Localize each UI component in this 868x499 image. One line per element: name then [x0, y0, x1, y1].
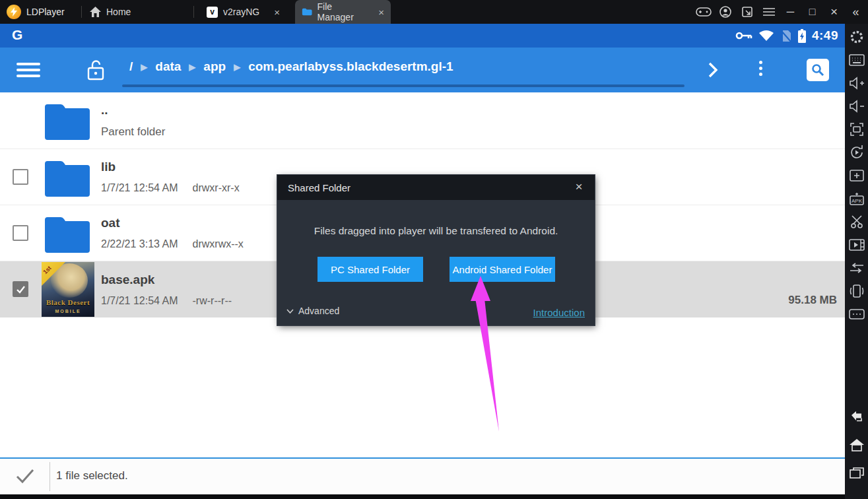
tab-home[interactable]: Home — [83, 0, 137, 24]
nav-home-icon[interactable] — [845, 433, 868, 456]
row-checkbox[interactable] — [13, 169, 28, 185]
file-name: lib — [101, 160, 240, 174]
breadcrumb: / ▶ data ▶ app ▶ com.pearlabyss.blackdes… — [129, 59, 453, 74]
dialog-close-icon[interactable]: × — [571, 180, 587, 194]
volume-down-icon[interactable] — [845, 94, 868, 117]
tab-v2rayng-label: v2rayNG — [223, 7, 259, 17]
svg-text:APK: APK — [851, 198, 862, 204]
screen-record-icon[interactable] — [845, 233, 868, 256]
chevron-right-icon[interactable] — [708, 62, 718, 78]
file-date: 2/22/21 3:13 AM — [101, 238, 178, 250]
scissors-icon[interactable] — [845, 210, 868, 233]
gamepad-icon[interactable] — [692, 0, 714, 24]
file-row-parent[interactable]: .. Parent folder — [0, 92, 845, 149]
search-icon[interactable] — [807, 59, 829, 81]
nav-recents-icon[interactable] — [845, 461, 868, 484]
settings-gear-icon[interactable] — [845, 25, 868, 48]
add-window-icon[interactable] — [845, 164, 868, 187]
breadcrumb-separator-icon: ▶ — [141, 62, 147, 72]
fullscreen-icon[interactable] — [845, 117, 868, 141]
tab-home-label: Home — [106, 7, 131, 17]
footer-divider — [50, 462, 50, 491]
advanced-label: Advanced — [298, 306, 339, 316]
tab-v2rayng[interactable]: v v2rayNG × — [200, 0, 286, 24]
android-screen: G 4:49 / ▶ data ▶ app ▶ — [0, 24, 845, 499]
file-size: 95.18 MB — [788, 294, 837, 307]
account-icon[interactable] — [714, 0, 736, 24]
no-sim-icon — [780, 30, 792, 42]
dialog-title: Shared Folder — [288, 182, 351, 193]
titlebar-divider — [81, 6, 82, 18]
folder-icon — [42, 157, 92, 198]
breadcrumb-app[interactable]: app — [203, 59, 226, 74]
ldplayer-window: LDPlayer Home v v2rayNG × File Manager × — [0, 0, 868, 499]
hamburger-menu-icon[interactable] — [17, 63, 40, 81]
keyboard-icon[interactable] — [845, 48, 868, 71]
close-icon[interactable]: × — [823, 0, 845, 24]
minimize-icon[interactable]: ─ — [780, 0, 801, 24]
advanced-toggle[interactable]: Advanced — [286, 306, 339, 316]
pc-shared-folder-button[interactable]: PC Shared Folder — [317, 257, 423, 282]
tab-close-icon[interactable]: × — [378, 7, 384, 18]
window-controls: ─ □ × « — [692, 0, 867, 24]
file-perms: drwxrwx--x — [193, 238, 244, 250]
check-icon[interactable] — [16, 468, 34, 484]
file-manager-toolbar: / ▶ data ▶ app ▶ com.pearlabyss.blackdes… — [0, 48, 845, 92]
lock-open-icon[interactable] — [86, 59, 105, 81]
v2rayng-icon: v — [207, 7, 218, 18]
titlebar: LDPlayer Home v v2rayNG × File Manager × — [0, 0, 868, 24]
nav-back-icon[interactable] — [845, 405, 868, 428]
breadcrumb-separator-icon: ▶ — [189, 62, 195, 72]
breadcrumb-data[interactable]: data — [155, 59, 181, 74]
chevron-down-icon — [286, 309, 294, 314]
file-name: oat — [101, 216, 244, 230]
breadcrumb-separator-icon: ▶ — [234, 62, 240, 72]
breadcrumb-root[interactable]: / — [129, 59, 133, 74]
row-checkbox[interactable] — [13, 225, 28, 241]
file-perms: drwxr-xr-x — [193, 182, 240, 194]
apk-icon-subtitle: MOBILE — [42, 309, 94, 314]
sync-rotate-icon[interactable] — [845, 141, 868, 164]
row-checkbox-checked[interactable] — [13, 281, 28, 297]
folder-icon — [42, 100, 92, 141]
file-subtitle: Parent folder — [101, 125, 165, 139]
selection-footer: 1 file selected. — [0, 459, 845, 494]
android-shared-folder-button[interactable]: Android Shared Folder — [450, 257, 555, 282]
overflow-menu-icon[interactable] — [759, 61, 762, 76]
shared-folder-dialog: Shared Folder × Files dragged into playe… — [277, 175, 595, 325]
resize-window-icon[interactable] — [736, 0, 758, 24]
black-desert-apk-icon: Black Desert MOBILE 1st — [42, 262, 94, 317]
google-g-icon[interactable]: G — [12, 27, 22, 43]
volume-up-icon[interactable] — [845, 71, 868, 94]
install-apk-icon[interactable]: APK — [845, 187, 868, 210]
folder-tab-icon — [302, 7, 312, 17]
more-options-icon[interactable] — [845, 302, 868, 325]
battery-charging-icon — [798, 29, 806, 43]
tab-file-manager-label: File Manager — [317, 1, 364, 22]
folder-icon — [42, 213, 92, 254]
file-name: .. — [101, 103, 165, 117]
dialog-message: Files dragged into player will be transf… — [277, 225, 595, 237]
breadcrumb-package[interactable]: com.pearlabyss.blackdesertm.gl-1 — [248, 59, 453, 74]
selection-status-text: 1 file selected. — [56, 469, 128, 482]
ldplayer-logo-icon — [7, 5, 21, 19]
bottom-strip — [0, 494, 845, 499]
file-date: 1/7/21 12:54 AM — [101, 295, 178, 307]
apk-icon-title: Black Desert — [42, 298, 94, 306]
shake-phone-icon[interactable] — [845, 279, 868, 302]
maximize-icon[interactable]: □ — [801, 0, 823, 24]
key-icon — [735, 31, 752, 40]
introduction-link[interactable]: Introduction — [533, 307, 585, 318]
breadcrumb-scrollbar[interactable] — [122, 84, 684, 87]
collapse-sidebar-icon[interactable]: « — [845, 0, 867, 24]
android-status-bar: G 4:49 — [0, 24, 845, 48]
app-title: LDPlayer — [26, 7, 65, 17]
tab-file-manager[interactable]: File Manager × — [295, 0, 391, 24]
wifi-icon — [758, 30, 774, 42]
ldplayer-sidebar: APK — [845, 24, 868, 499]
menu-icon[interactable] — [758, 0, 780, 24]
app-brand: LDPlayer — [7, 0, 65, 24]
clock: 4:49 — [812, 28, 838, 43]
swap-arrows-icon[interactable] — [845, 256, 868, 279]
tab-close-icon[interactable]: × — [274, 7, 280, 18]
